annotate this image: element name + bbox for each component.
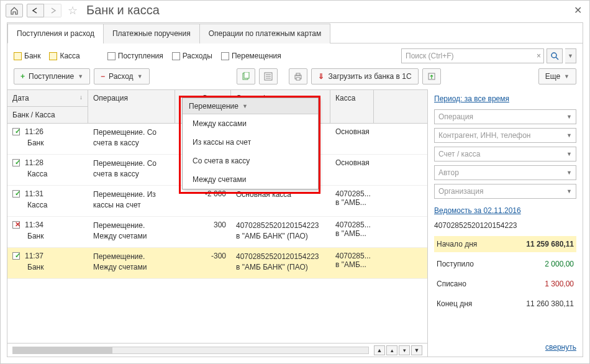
clear-search-icon[interactable]: × [537, 52, 541, 60]
filter-org[interactable]: Организация▼ [434, 184, 576, 199]
postup-button[interactable]: +Поступление▼ [14, 68, 90, 84]
h-scrollbar[interactable] [12, 347, 369, 354]
toolbar: +Поступление▼ −Расход▼ Перемещение▼ ⇓Заг… [7, 68, 583, 89]
favorite-icon[interactable]: ☆ [68, 4, 78, 17]
search-dropdown[interactable]: ▼ [565, 48, 576, 63]
dd-kassa-to-acct[interactable]: Из кассы на счет [183, 133, 318, 152]
scroll-bottom[interactable]: ▼ [411, 345, 422, 355]
table-row[interactable]: 11:31КассаПеремещение. Из кассы на счет-… [7, 186, 427, 217]
chk-rashod[interactable] [172, 52, 180, 60]
page-title: Банк и касса [86, 3, 160, 17]
tab-receipts[interactable]: Поступления и расход [7, 24, 104, 43]
export-button[interactable] [422, 68, 441, 84]
period-link[interactable]: Период: за все время [434, 94, 576, 103]
filter-author[interactable]: Автор▼ [434, 165, 576, 180]
titlebar: ☆ Банк и касса ✕ [1, 1, 589, 20]
search-input[interactable]: Поиск (Ctrl+F)× [401, 48, 544, 63]
tab-payments[interactable]: Платежные поручения [103, 24, 200, 43]
rashod-button[interactable]: −Расход▼ [94, 68, 150, 84]
close-icon[interactable]: ✕ [571, 4, 584, 16]
load-bank-button[interactable]: ⇓Загрузить из банка в 1С [311, 68, 418, 84]
svg-rect-10 [296, 78, 300, 80]
svg-line-1 [556, 57, 558, 60]
doc-status-icon [12, 159, 21, 166]
perem-dd-button[interactable]: Перемещение▼ [183, 98, 318, 114]
chk-perem[interactable] [221, 52, 229, 60]
scroll-up[interactable]: ▴ [386, 345, 397, 355]
list-button[interactable] [259, 68, 278, 84]
scroll-down[interactable]: ▾ [399, 345, 410, 355]
copy-button[interactable] [237, 68, 255, 84]
chk-kassa[interactable] [49, 52, 57, 60]
sort-icon[interactable]: ↓ [79, 94, 83, 102]
filter-bar: Банк Касса Поступления Расходы Перемещен… [7, 43, 583, 68]
scroll-top[interactable]: ▲ [374, 345, 385, 355]
dd-between-kassa[interactable]: Между кассами [183, 114, 318, 133]
side-panel: Период: за все время Операция▼ Контраген… [427, 89, 583, 357]
doc-status-icon [12, 221, 21, 229]
filter-contragent[interactable]: Контрагент, ИНН, телефон▼ [434, 128, 576, 143]
table-row[interactable]: 11:34БанкПеремещение. Между счетами30040… [7, 217, 427, 248]
vedomost-link[interactable]: Ведомость за 02.11.2016 [434, 206, 576, 215]
tabs: Поступления и расход Платежные поручения… [7, 23, 583, 43]
collapse-link[interactable]: свернуть [434, 343, 576, 352]
filter-operation[interactable]: Операция▼ [434, 109, 576, 124]
perem-dropdown: Перемещение▼ Между кассами Из кассы на с… [182, 98, 319, 189]
more-button[interactable]: Еще▼ [538, 68, 576, 84]
filter-account[interactable]: Счет / касса▼ [434, 147, 576, 162]
home-button[interactable] [6, 4, 23, 17]
doc-status-icon [12, 128, 21, 135]
chk-postup[interactable] [107, 52, 116, 60]
account-number: 40702852520120154223 [434, 221, 576, 230]
svg-point-0 [551, 53, 556, 58]
dd-between-acct[interactable]: Между счетами [183, 170, 318, 189]
table-row[interactable]: 11:37БанкПеремещение. Между счетами-3004… [7, 248, 427, 279]
forward-button[interactable] [44, 4, 61, 17]
doc-status-icon [12, 252, 21, 260]
doc-status-icon [12, 190, 21, 198]
search-button[interactable] [547, 48, 563, 63]
back-button[interactable] [27, 4, 44, 17]
dd-acct-to-kassa[interactable]: Со счета в кассу [183, 152, 318, 170]
tab-card-ops[interactable]: Операции по платежным картам [199, 24, 331, 43]
chk-bank[interactable] [14, 52, 22, 60]
print-button[interactable] [289, 68, 307, 84]
svg-rect-3 [244, 72, 249, 78]
